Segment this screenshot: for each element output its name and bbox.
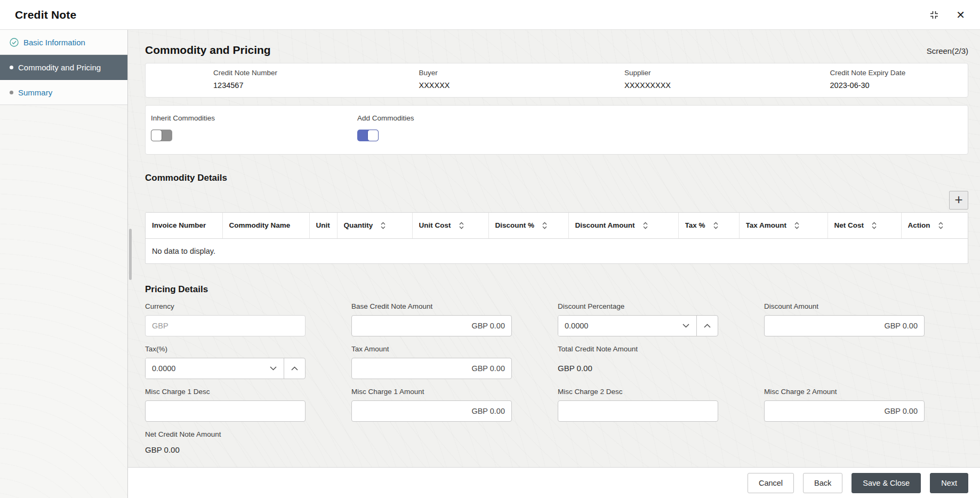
- misc-charge-1-desc-input[interactable]: [145, 400, 306, 422]
- field-label: Misc Charge 1 Amount: [351, 388, 512, 396]
- table-header-row: Invoice Number Commodity Name Unit Quant…: [146, 213, 968, 238]
- sort-icon[interactable]: [794, 222, 800, 229]
- base-credit-note-amount-input[interactable]: [351, 315, 512, 336]
- cancel-button[interactable]: Cancel: [748, 473, 794, 493]
- sort-icon[interactable]: [542, 222, 548, 229]
- field-label: Supplier: [624, 69, 762, 77]
- summary-buyer: Buyer XXXXXX: [351, 69, 557, 90]
- content-area: Commodity and Pricing Screen(2/3) Credit…: [128, 30, 980, 498]
- tax-percent-input[interactable]: [145, 358, 306, 379]
- column-header-commodity-name[interactable]: Commodity Name: [222, 213, 309, 238]
- tax-percent-value[interactable]: [146, 358, 262, 379]
- credit-note-summary-card: Credit Note Number 1234567 Buyer XXXXXX …: [145, 63, 968, 98]
- chevron-down-icon[interactable]: [675, 316, 696, 336]
- net-credit-note-amount-field: Net Credit Note Amount GBP 0.00: [145, 430, 306, 454]
- window-controls: ✕: [929, 10, 965, 20]
- base-credit-note-amount-field: Base Credit Note Amount: [351, 302, 512, 336]
- action-footer: Cancel Back Save & Close Next: [128, 467, 980, 498]
- add-commodity-button[interactable]: +: [949, 191, 968, 210]
- inherit-commodities-toggle[interactable]: [151, 130, 172, 141]
- misc-charge-1-amount-input[interactable]: [351, 400, 512, 422]
- misc-charge-2-amount-input[interactable]: [764, 400, 925, 422]
- step-label: Basic Information: [23, 38, 85, 47]
- step-commodity-and-pricing[interactable]: Commodity and Pricing: [0, 55, 127, 80]
- currency-field: Currency: [145, 302, 306, 336]
- back-button[interactable]: Back: [803, 473, 842, 493]
- column-header-tax-amount[interactable]: Tax Amount: [739, 213, 828, 238]
- field-label: Tax Amount: [351, 345, 512, 354]
- column-header-discount-amount[interactable]: Discount Amount: [568, 213, 678, 238]
- vertical-scrollbar-thumb[interactable]: [129, 229, 132, 280]
- discount-percentage-input[interactable]: [558, 315, 718, 336]
- sort-icon[interactable]: [871, 222, 877, 229]
- pricing-details-title: Pricing Details: [145, 284, 968, 295]
- field-value: XXXXXX: [419, 81, 557, 90]
- step-summary[interactable]: Summary: [0, 80, 127, 105]
- column-header-invoice-number[interactable]: Invoice Number: [146, 213, 222, 238]
- summary-expiry-date: Credit Note Expiry Date 2023-06-30: [762, 69, 968, 90]
- save-and-close-button[interactable]: Save & Close: [852, 473, 921, 493]
- window-title: Credit Note: [15, 9, 76, 21]
- tax-amount-input[interactable]: [351, 358, 512, 379]
- window-header: Credit Note ✕: [0, 0, 980, 30]
- chevron-down-icon[interactable]: [262, 358, 284, 379]
- column-header-net-cost[interactable]: Net Cost: [828, 213, 901, 238]
- discount-percentage-value[interactable]: [558, 316, 675, 336]
- restore-window-icon[interactable]: [929, 10, 939, 20]
- column-header-unit[interactable]: Unit: [309, 213, 337, 238]
- add-commodities-field: Add Commodities: [357, 114, 518, 143]
- screen-header: Commodity and Pricing Screen(2/3): [145, 30, 968, 63]
- field-label: Inherit Commodities: [151, 114, 311, 123]
- toggle-knob: [151, 130, 162, 141]
- field-label: Currency: [145, 302, 306, 311]
- add-commodities-toggle[interactable]: [357, 130, 379, 141]
- chevron-up-icon[interactable]: [284, 358, 305, 379]
- discount-amount-field: Discount Amount: [764, 302, 925, 336]
- sort-icon[interactable]: [380, 222, 386, 229]
- field-value: 1234567: [213, 81, 351, 90]
- content-scroll-area: Commodity and Pricing Screen(2/3) Credit…: [128, 30, 980, 467]
- column-label: Unit: [316, 221, 330, 229]
- toggle-knob: [367, 130, 379, 141]
- column-header-quantity[interactable]: Quantity: [337, 213, 412, 238]
- column-label: Unit Cost: [419, 221, 451, 229]
- column-label: Action: [908, 221, 930, 229]
- commodity-toggles-card: Inherit Commodities Add Commodities: [145, 105, 968, 155]
- screen-indicator: Screen(2/3): [927, 46, 968, 55]
- column-header-action[interactable]: Action: [901, 213, 968, 238]
- column-header-unit-cost[interactable]: Unit Cost: [412, 213, 488, 238]
- field-value: XXXXXXXXX: [624, 81, 762, 90]
- field-label: Total Credit Note Amount: [558, 345, 718, 354]
- summary-supplier: Supplier XXXXXXXXX: [557, 69, 762, 90]
- next-button[interactable]: Next: [930, 473, 968, 493]
- chevron-up-icon[interactable]: [696, 316, 718, 336]
- step-label: Summary: [18, 88, 52, 97]
- misc-charge-2-desc-input[interactable]: [558, 400, 718, 422]
- column-label: Tax %: [685, 221, 705, 229]
- sort-icon[interactable]: [938, 222, 944, 229]
- sort-icon[interactable]: [642, 222, 648, 229]
- commodity-details-title: Commodity Details: [145, 173, 968, 183]
- sort-icon[interactable]: [713, 222, 719, 229]
- misc-charge-2-amount-field: Misc Charge 2 Amount: [764, 388, 925, 422]
- column-label: Commodity Name: [229, 221, 291, 229]
- sort-icon[interactable]: [459, 222, 464, 229]
- column-label: Discount %: [495, 221, 535, 229]
- field-label: Credit Note Expiry Date: [830, 69, 968, 77]
- spacer: [764, 345, 925, 379]
- discount-amount-input[interactable]: [764, 315, 925, 336]
- commodity-table-toolbar: +: [145, 191, 968, 210]
- field-label: Discount Amount: [764, 302, 925, 311]
- screen-title: Commodity and Pricing: [145, 44, 271, 57]
- column-label: Discount Amount: [575, 221, 635, 229]
- step-basic-information[interactable]: Basic Information: [0, 30, 127, 55]
- currency-input: [145, 315, 306, 336]
- tax-percent-field: Tax(%): [145, 345, 306, 379]
- step-label: Commodity and Pricing: [18, 63, 101, 72]
- column-header-discount-percent[interactable]: Discount %: [488, 213, 568, 238]
- close-icon[interactable]: ✕: [956, 10, 965, 20]
- field-label: Buyer: [419, 69, 557, 77]
- misc-charge-1-desc-field: Misc Charge 1 Desc: [145, 388, 306, 422]
- column-header-tax-percent[interactable]: Tax %: [678, 213, 739, 238]
- column-label: Net Cost: [834, 221, 864, 229]
